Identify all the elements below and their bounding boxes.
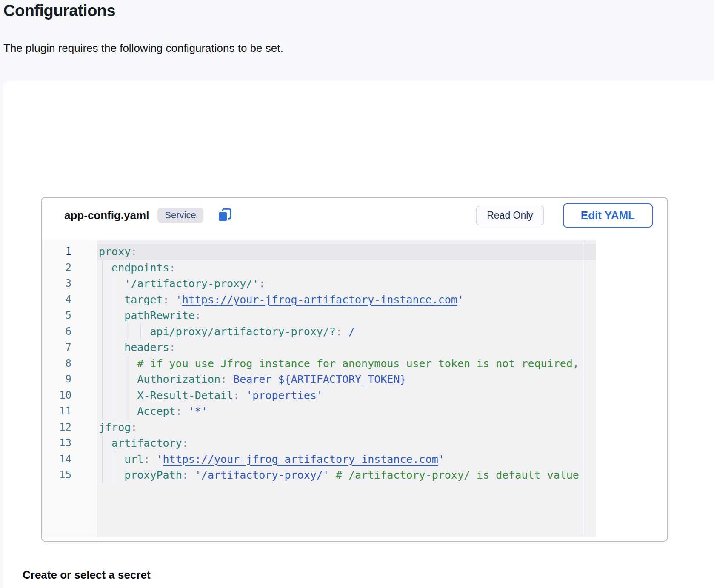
yaml-code-editor[interactable]: 1proxy:2 endpoints:3 '/artifactory-proxy…: [42, 240, 596, 537]
indent-guide: [102, 276, 103, 292]
indent-guide: [115, 451, 115, 468]
content-panel: app-config.yaml Service Read Only Edit Y…: [3, 81, 714, 588]
copy-icon: [217, 207, 233, 223]
line-number: 1: [42, 244, 97, 260]
page-title: Configurations: [3, 2, 115, 20]
code-token: jfrog: [99, 421, 131, 434]
edit-yaml-button[interactable]: Edit YAML: [563, 203, 653, 228]
indent-guide: [128, 356, 128, 372]
code-token: ': [176, 294, 182, 306]
code-token: artifactory: [111, 437, 182, 449]
code-text: pathRewrite:: [97, 308, 596, 324]
indent-guide: [102, 467, 103, 483]
code-text: url: 'https://your-jfrog-artifactory-ins…: [97, 451, 596, 468]
code-token: :: [220, 373, 233, 385]
indent-guide: [128, 324, 128, 340]
copy-icon[interactable]: [216, 207, 233, 224]
code-token: ': [457, 294, 464, 306]
code-token: :: [195, 309, 201, 322]
line-number: 3: [42, 276, 97, 292]
code-link[interactable]: https://your-jfrog-artifactory-instance.…: [182, 294, 457, 306]
code-text: headers:: [97, 340, 596, 356]
code-token: api/proxy/artifactory-proxy/?: [150, 325, 336, 338]
code-token: :: [176, 405, 188, 417]
page-subtitle: The plugin requires the following config…: [3, 42, 283, 55]
indent-guide: [102, 371, 103, 388]
code-line: 4 target: 'https://your-jfrog-artifactor…: [42, 292, 596, 308]
code-token: # /artifactory-proxy/ is default value: [336, 469, 579, 481]
yaml-config-card: app-config.yaml Service Read Only Edit Y…: [41, 197, 668, 542]
code-token: Accept: [137, 405, 175, 417]
code-token: '/artifactory-proxy/': [195, 469, 329, 481]
code-token: /: [348, 325, 355, 338]
code-token: :: [336, 325, 348, 338]
line-number: 10: [42, 388, 97, 404]
code-line: 3 '/artifactory-proxy/':: [42, 276, 596, 292]
indent-guide: [115, 324, 115, 340]
code-line: 6 api/proxy/artifactory-proxy/?: /: [42, 324, 596, 340]
code-text: Accept: '*': [97, 403, 596, 420]
code-line: 14 url: 'https://your-jfrog-artifactory-…: [42, 451, 596, 468]
indent-guide: [140, 324, 141, 340]
code-line: 13 artifactory:: [42, 435, 596, 451]
indent-guide: [102, 340, 103, 356]
code-token: :: [182, 437, 188, 449]
indent-guide: [102, 388, 103, 404]
code-text: '/artifactory-proxy/':: [97, 276, 596, 292]
indent-guide: [115, 276, 115, 292]
line-number: 11: [42, 403, 97, 420]
code-token: '/artifactory-proxy/': [124, 277, 259, 290]
code-token: Bearer ${ARTIFACTORY_TOKEN}: [233, 373, 406, 385]
code-token: proxy: [99, 245, 131, 258]
code-text: api/proxy/artifactory-proxy/?: /: [97, 324, 596, 340]
code-token: # if you use Jfrog instance for anonymou…: [137, 357, 579, 370]
code-token: '*': [188, 405, 208, 417]
code-token: headers: [124, 341, 169, 354]
line-number: 12: [42, 420, 97, 436]
code-text: X-Result-Detail: 'properties': [97, 388, 596, 404]
code-line: 12jfrog:: [42, 420, 596, 436]
indent-guide: [102, 292, 103, 308]
code-text: proxy:: [97, 244, 596, 260]
secret-section-heading: Create or select a secret: [23, 568, 151, 582]
code-text: Authorization: Bearer ${ARTIFACTORY_TOKE…: [97, 371, 596, 388]
code-token: :: [233, 389, 246, 402]
code-text: target: 'https://your-jfrog-artifactory-…: [97, 292, 596, 308]
indent-guide: [102, 260, 103, 276]
code-text: artifactory:: [97, 435, 596, 451]
code-token: ': [156, 453, 163, 465]
line-number: 8: [42, 356, 97, 372]
indent-guide: [102, 308, 103, 324]
code-token: 'properties': [246, 389, 323, 402]
indent-guide: [115, 388, 115, 404]
code-link[interactable]: https://your-jfrog-artifactory-instance.…: [163, 453, 438, 465]
read-only-button[interactable]: Read Only: [476, 206, 544, 225]
indent-guide: [115, 403, 115, 420]
code-token: proxyPath: [124, 469, 182, 481]
indent-guide: [102, 324, 103, 340]
code-line: 8 # if you use Jfrog instance for anonym…: [42, 356, 596, 372]
code-token: endpoints: [111, 262, 169, 274]
code-token: :: [143, 453, 156, 465]
code-token: :: [131, 245, 137, 258]
indent-guide: [115, 467, 115, 483]
code-token: pathRewrite: [124, 309, 195, 322]
card-header: app-config.yaml Service Read Only Edit Y…: [42, 198, 667, 240]
line-number: 14: [42, 451, 97, 468]
line-number: 2: [42, 260, 97, 276]
indent-guide: [102, 451, 103, 468]
code-line: 1proxy:: [42, 244, 596, 260]
line-number: 6: [42, 324, 97, 340]
config-filename: app-config.yaml: [64, 209, 149, 222]
code-line: 9 Authorization: Bearer ${ARTIFACTORY_TO…: [42, 371, 596, 388]
line-number: 4: [42, 292, 97, 308]
line-number: 13: [42, 435, 97, 451]
indent-guide: [115, 356, 115, 372]
indent-guide: [115, 308, 115, 324]
code-line: 15 proxyPath: '/artifactory-proxy/' # /a…: [42, 467, 596, 483]
indent-guide: [128, 403, 128, 420]
indent-guide: [115, 340, 115, 356]
code-text: proxyPath: '/artifactory-proxy/' # /arti…: [97, 467, 596, 483]
code-text: endpoints:: [97, 260, 596, 276]
code-line: 2 endpoints:: [42, 260, 596, 276]
